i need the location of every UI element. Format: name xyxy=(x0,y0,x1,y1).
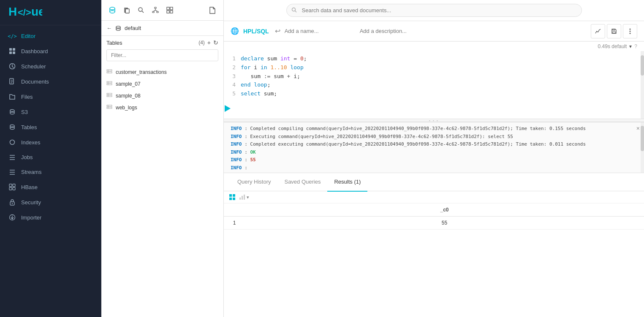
results-table: _c0 1 55 xyxy=(224,203,644,230)
svg-point-37 xyxy=(110,7,115,10)
sidebar-item-streams[interactable]: Streams xyxy=(0,165,101,179)
tab-results[interactable]: Results (1) xyxy=(327,173,367,192)
add-table-button[interactable]: + xyxy=(207,39,211,46)
sidebar-item-label-hbase: HBase xyxy=(21,184,38,190)
svg-point-70 xyxy=(292,8,295,11)
editor-resize-handle[interactable]: • • • xyxy=(224,119,644,122)
sidebar-item-importer[interactable]: Importer xyxy=(0,210,101,225)
db-icon-toolbar[interactable] xyxy=(106,4,118,16)
svg-rect-50 xyxy=(167,7,169,10)
sidebar-item-dashboard[interactable]: Dashboard xyxy=(0,43,101,59)
svg-text:</>: </> xyxy=(18,7,31,18)
results-grid-icon[interactable] xyxy=(229,194,236,200)
col-c0: _c0 xyxy=(245,203,644,217)
back-button[interactable]: ← xyxy=(106,25,112,31)
logo-area: H </> ue xyxy=(0,0,101,25)
copy-icon-toolbar[interactable] xyxy=(121,4,133,16)
query-actions xyxy=(591,24,637,38)
editor-icon: </> xyxy=(8,33,16,39)
sidebar-item-label-scheduler: Scheduler xyxy=(21,63,46,70)
svg-rect-46 xyxy=(157,11,158,13)
sidebar-item-label-importer: Importer xyxy=(21,214,41,221)
sidebar-item-files[interactable]: Files xyxy=(0,89,101,104)
tables-header: Tables (4) + ↻ xyxy=(101,36,223,49)
log-scrollbar-thumb xyxy=(641,126,644,151)
jobs-icon xyxy=(8,154,16,160)
sidebar-item-documents[interactable]: Documents xyxy=(0,74,101,89)
sidebar-item-jobs[interactable]: Jobs xyxy=(0,150,101,165)
sidebar-item-indexes[interactable]: Indexes xyxy=(0,135,101,150)
table-item-sample07[interactable]: sample_07 xyxy=(101,78,223,90)
save-button[interactable] xyxy=(607,24,621,38)
file-icon-toolbar[interactable] xyxy=(207,4,218,16)
sidebar-item-security[interactable]: Security xyxy=(0,195,101,210)
search-icon-toolbar[interactable] xyxy=(135,4,147,16)
table-list: customer_transactions sample_07 xyxy=(101,65,223,115)
svg-point-74 xyxy=(630,28,631,30)
svg-line-71 xyxy=(295,11,296,12)
database-icon xyxy=(115,25,121,31)
svg-point-14 xyxy=(10,110,14,112)
query-header: 🌐 HPL/SQL ↩ xyxy=(224,21,644,41)
query-desc-input[interactable] xyxy=(360,28,431,34)
svg-rect-41 xyxy=(125,9,129,13)
svg-text:H: H xyxy=(8,5,17,18)
query-undo-button[interactable]: ↩ xyxy=(275,27,280,35)
svg-rect-67 xyxy=(107,105,112,106)
code-content[interactable]: declare sum int = 0; for i in 1..10 loop… xyxy=(241,54,641,115)
table-name: sample_07 xyxy=(116,81,141,87)
sidebar-item-hbase[interactable]: HBase xyxy=(0,179,101,195)
run-query-button[interactable] xyxy=(225,105,231,112)
sidebar-item-scheduler[interactable]: Scheduler xyxy=(0,59,101,74)
db-header: ← default xyxy=(101,21,223,36)
tab-query-history[interactable]: Query History xyxy=(231,173,277,192)
log-line-4: INFO : OK xyxy=(224,149,644,157)
svg-point-34 xyxy=(12,203,13,204)
search-bar xyxy=(286,4,582,17)
grid-icon-toolbar[interactable] xyxy=(164,4,176,16)
table-item-customer-transactions[interactable]: customer_transactions xyxy=(101,66,223,78)
hbase-icon xyxy=(8,184,16,190)
table-item-sample08[interactable]: sample_08 xyxy=(101,90,223,102)
svg-point-17 xyxy=(10,112,14,114)
editor-scrollbar[interactable] xyxy=(641,51,644,119)
svg-rect-44 xyxy=(155,7,156,8)
editor-scrollbar-thumb xyxy=(641,55,644,76)
more-options-button[interactable] xyxy=(623,24,637,38)
table-row-icon xyxy=(106,81,112,87)
svg-rect-45 xyxy=(152,11,154,13)
help-icon[interactable]: ? xyxy=(634,43,637,49)
svg-point-22 xyxy=(10,140,15,145)
log-close-button[interactable]: × xyxy=(636,125,640,132)
table-filter-input[interactable] xyxy=(106,49,218,61)
log-line-2: INFO : Executing command(queryId=hive_20… xyxy=(224,133,644,141)
sidebar-item-s3[interactable]: S3 xyxy=(0,104,101,119)
log-line-3: INFO : Completed executing command(query… xyxy=(224,141,644,149)
code-editor[interactable]: 1 2 3 4 5 declare sum int = 0; for i in … xyxy=(224,51,641,119)
sidebar-item-editor[interactable]: </> Editor xyxy=(0,29,101,43)
svg-rect-52 xyxy=(167,11,169,13)
query-name-input[interactable] xyxy=(285,28,356,34)
editor-panel: 🌐 HPL/SQL ↩ xyxy=(224,0,644,317)
chart-dropdown[interactable]: ▾ xyxy=(247,195,249,200)
timing-bar: 0.49s default ▾ ? xyxy=(224,41,644,51)
sidebar-item-tables[interactable]: Tables xyxy=(0,119,101,135)
table-item-web-logs[interactable]: web_logs xyxy=(101,102,223,114)
svg-rect-32 xyxy=(13,187,15,190)
indexes-icon xyxy=(8,139,16,146)
timing-dropdown[interactable]: ▾ xyxy=(629,43,632,49)
documents-icon xyxy=(8,78,16,85)
hierarchy-icon-toolbar[interactable] xyxy=(149,4,161,16)
global-search-input[interactable] xyxy=(286,4,582,17)
chart-button[interactable] xyxy=(591,24,605,38)
svg-point-42 xyxy=(139,8,142,11)
refresh-tables-button[interactable]: ↻ xyxy=(213,39,218,46)
svg-rect-82 xyxy=(242,196,243,200)
tab-saved-queries[interactable]: Saved Queries xyxy=(277,173,327,192)
log-line-6: INFO : xyxy=(224,164,644,172)
svg-point-21 xyxy=(10,127,14,130)
log-scrollbar[interactable] xyxy=(641,122,644,173)
editor-inner: 1 2 3 4 5 declare sum int = 0; for i in … xyxy=(224,51,644,119)
tables-count: (4) xyxy=(198,40,205,46)
sidebar-item-label-streams: Streams xyxy=(21,169,41,175)
